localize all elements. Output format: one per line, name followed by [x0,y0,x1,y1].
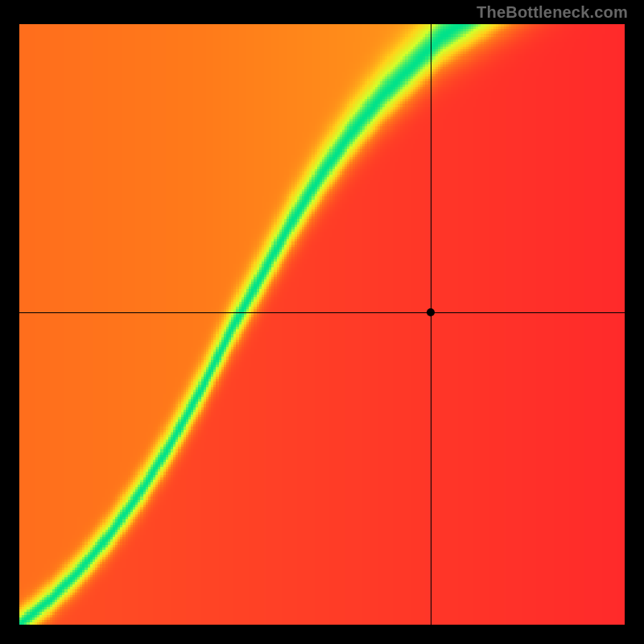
plot-area [19,24,625,625]
crosshair-horizontal [19,312,625,313]
heatmap-canvas [19,24,625,625]
watermark-label: TheBottleneck.com [477,3,628,22]
crosshair-vertical [431,24,431,625]
chart-frame: TheBottleneck.com [0,0,644,644]
